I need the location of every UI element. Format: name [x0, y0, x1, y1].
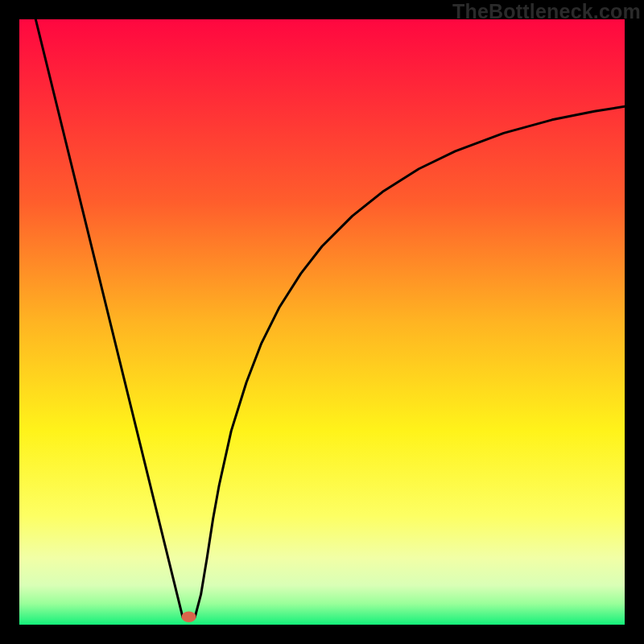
chart-area	[19, 19, 625, 625]
chart-svg	[19, 19, 625, 625]
chart-marker-minimum	[182, 611, 196, 622]
